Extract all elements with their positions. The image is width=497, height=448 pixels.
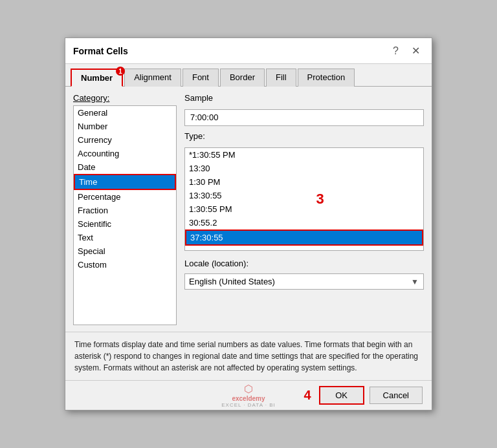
category-item-scientific[interactable]: Scientific	[74, 217, 176, 231]
tab-font[interactable]: Font	[182, 69, 219, 87]
help-button[interactable]: ?	[389, 44, 403, 58]
locale-label: Locale (location):	[184, 259, 424, 268]
tab-number-badge: 1	[116, 67, 125, 76]
type-list: *1:30:55 PM 13:30 1:30 PM 13:30:55 1:30:…	[184, 147, 424, 251]
tab-fill[interactable]: Fill	[266, 69, 296, 87]
category-item-percentage[interactable]: Percentage	[74, 190, 176, 204]
sample-label: Sample	[184, 93, 424, 103]
info-text: Time formats display date and time seria…	[65, 332, 432, 380]
type-item-5[interactable]: 30:55.2	[185, 216, 423, 229]
cancel-button[interactable]: Cancel	[370, 387, 423, 404]
watermark-line1: exceldemy	[232, 395, 265, 402]
type-item-2[interactable]: 1:30 PM	[185, 175, 423, 189]
type-item-3[interactable]: 13:30:55	[185, 189, 423, 202]
type-item-6[interactable]: 37:30:55	[185, 229, 423, 246]
format-cells-dialog: Format Cells ? ✕ Number 1 Alignment Font…	[65, 37, 432, 411]
tab-protection[interactable]: Protection	[298, 69, 355, 87]
category-item-number[interactable]: Number	[74, 120, 176, 133]
category-list: General Number Currency Accounting Date …	[73, 105, 177, 325]
category-item-text[interactable]: Text	[74, 231, 176, 244]
category-item-currency[interactable]: Currency	[74, 133, 176, 147]
category-item-date[interactable]: Date	[74, 160, 176, 174]
category-label: Category:	[73, 93, 177, 103]
locale-select[interactable]: English (United States)	[184, 273, 424, 290]
main-content: Category: General Number Currency Accoun…	[65, 87, 432, 332]
watermark-icon: ⬡	[244, 383, 253, 395]
type-item-1[interactable]: 13:30	[185, 162, 423, 175]
ok-button[interactable]: OK	[319, 386, 364, 405]
category-item-general[interactable]: General	[74, 106, 176, 120]
category-item-fraction[interactable]: Fraction	[74, 204, 176, 217]
dialog-title: Format Cells	[73, 46, 128, 56]
category-panel: Category: General Number Currency Accoun…	[73, 93, 177, 325]
sample-value: 7:00:00	[184, 109, 424, 126]
title-actions: ? ✕	[389, 43, 424, 58]
category-item-time[interactable]: Time	[74, 174, 176, 190]
tab-bar: Number 1 Alignment Font Border Fill Prot…	[65, 64, 432, 87]
close-button[interactable]: ✕	[408, 43, 424, 58]
locale-wrapper: English (United States) ▼	[184, 273, 424, 290]
category-item-accounting[interactable]: Accounting	[74, 147, 176, 160]
tab-border[interactable]: Border	[220, 69, 265, 87]
watermark-line2: EXCEL · DATA · BI	[221, 402, 276, 408]
tab-alignment[interactable]: Alignment	[124, 69, 181, 87]
type-item-0[interactable]: *1:30:55 PM	[185, 148, 423, 162]
watermark: ⬡ exceldemy EXCEL · DATA · BI	[221, 383, 276, 408]
type-label: Type:	[184, 131, 424, 141]
bottom-bar: ⬡ exceldemy EXCEL · DATA · BI 4 OK Cance…	[65, 380, 432, 410]
category-item-custom[interactable]: Custom	[74, 258, 176, 272]
tab-number[interactable]: Number 1	[71, 69, 123, 87]
title-bar: Format Cells ? ✕	[65, 38, 432, 64]
ok-badge: 4	[304, 388, 311, 403]
right-panel: Sample 7:00:00 Type: *1:30:55 PM 13:30 1…	[184, 93, 424, 325]
category-item-special[interactable]: Special	[74, 244, 176, 258]
type-item-4[interactable]: 1:30:55 PM	[185, 202, 423, 216]
